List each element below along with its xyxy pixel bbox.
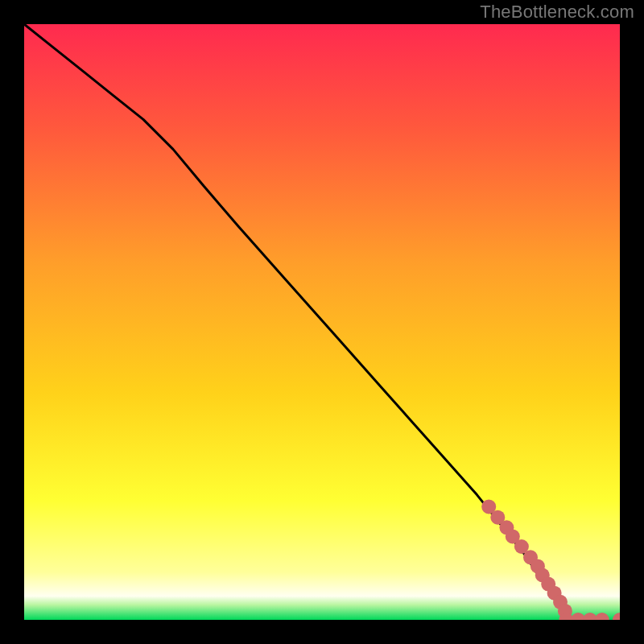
chart-container: TheBottleneck.com [0, 0, 644, 644]
chart-svg [24, 24, 620, 620]
plot-area [24, 24, 620, 620]
watermark-text: TheBottleneck.com [480, 2, 634, 23]
